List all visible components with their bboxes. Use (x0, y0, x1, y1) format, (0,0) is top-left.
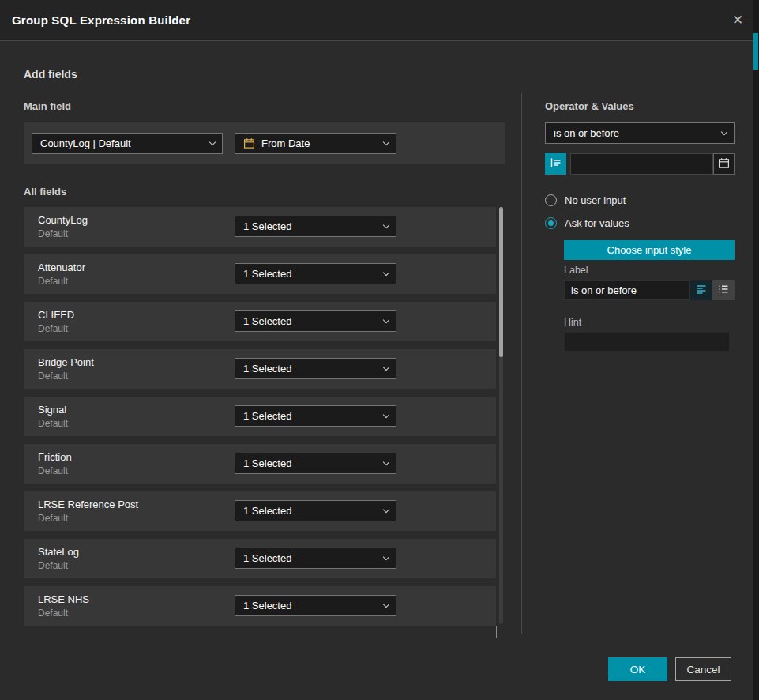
calendar-icon (718, 157, 730, 171)
hint-caption: Hint (564, 317, 581, 328)
align-left-icon (696, 284, 707, 297)
add-fields-heading: Add fields (24, 68, 77, 81)
field-type: Default (38, 560, 68, 571)
field-row: Signal Default 1 Selected (24, 397, 496, 436)
field-row: Friction Default 1 Selected (24, 444, 496, 484)
ok-button[interactable]: OK (608, 657, 667, 681)
field-selection-select[interactable]: 1 Selected (235, 216, 396, 237)
field-type: Default (38, 276, 68, 287)
field-selection-value: 1 Selected (243, 315, 384, 327)
vertical-divider (521, 93, 522, 634)
input-type-button[interactable] (545, 153, 566, 175)
chevron-down-icon (383, 364, 389, 371)
field-selection-value: 1 Selected (243, 600, 384, 612)
field-selection-select[interactable]: 1 Selected (235, 595, 396, 616)
field-selection-select[interactable]: 1 Selected (235, 548, 396, 569)
operator-select[interactable]: is on or before (545, 122, 735, 144)
field-row: Attenuator Default 1 Selected (24, 254, 496, 294)
field-name: CountyLog (38, 214, 88, 226)
radio-circle-icon (545, 194, 557, 206)
field-name: Signal (38, 404, 66, 416)
chevron-down-icon (209, 139, 216, 145)
field-selection-select[interactable]: 1 Selected (235, 310, 396, 332)
field-selection-select[interactable]: 1 Selected (235, 405, 396, 427)
list-icon (718, 284, 729, 297)
dialog-title: Group SQL Expression Builder (12, 13, 190, 27)
calendar-picker-button[interactable] (713, 153, 735, 175)
chevron-down-icon (383, 459, 389, 465)
radio-no-user-input[interactable]: No user input (545, 194, 626, 206)
radio-no-user-input-label: No user input (565, 194, 626, 206)
operator-values-heading: Operator & Values (545, 100, 634, 112)
field-row: Bridge Point Default 1 Selected (24, 349, 496, 389)
field-selection-select[interactable]: 1 Selected (235, 263, 396, 284)
chevron-down-icon (383, 412, 389, 418)
radio-ask-for-values-label: Ask for values (565, 217, 629, 229)
label-input[interactable] (564, 280, 690, 300)
field-selection-select[interactable]: 1 Selected (235, 358, 396, 379)
layer-select[interactable]: CountyLog | Default (32, 133, 223, 154)
chevron-down-icon (721, 129, 727, 135)
field-selection-value: 1 Selected (243, 220, 384, 232)
field-selection-value: 1 Selected (243, 457, 384, 469)
list-input-style-button[interactable] (712, 280, 735, 300)
field-name: StateLog (38, 546, 79, 558)
chevron-down-icon (383, 317, 389, 323)
chevron-down-icon (383, 269, 389, 276)
choose-input-style-button[interactable]: Choose input style (564, 240, 735, 260)
main-field-select[interactable]: From Date (235, 133, 396, 154)
field-type: Default (38, 228, 68, 239)
main-field-heading: Main field (24, 100, 71, 112)
fields-list-scrollbar-thumb[interactable] (499, 207, 503, 357)
field-selection-value: 1 Selected (243, 363, 384, 374)
field-type: Default (38, 371, 68, 382)
chevron-down-icon (383, 222, 389, 228)
field-row: LRSE NHS Default 1 Selected (24, 586, 496, 626)
radio-ask-for-values[interactable]: Ask for values (545, 217, 629, 229)
all-fields-heading: All fields (24, 186, 66, 198)
value-input[interactable] (570, 153, 713, 175)
scroll-down-icon[interactable] (496, 626, 497, 638)
chevron-down-icon (383, 139, 389, 145)
field-type: Default (38, 418, 68, 429)
field-name: Bridge Point (38, 356, 94, 368)
field-row: CountyLog Default 1 Selected (24, 207, 496, 247)
field-selection-select[interactable]: 1 Selected (235, 500, 396, 521)
field-selection-value: 1 Selected (243, 552, 384, 564)
field-type: Default (38, 608, 68, 619)
operator-select-value: is on or before (554, 127, 722, 139)
main-field-row: CountyLog | Default From Date (24, 122, 505, 164)
operator-value-row (545, 153, 735, 175)
group-sql-expression-builder-dialog: Group SQL Expression Builder ✕ Add field… (0, 0, 759, 700)
chevron-down-icon (383, 554, 389, 560)
input-type-icon (550, 156, 562, 171)
field-row: StateLog Default 1 Selected (24, 539, 496, 578)
fields-list-scrollbar[interactable] (499, 207, 503, 624)
field-name: LRSE NHS (38, 593, 89, 605)
layer-select-value: CountyLog | Default (40, 137, 210, 149)
field-selection-value: 1 Selected (243, 268, 384, 280)
field-name: CLIFED (38, 309, 74, 321)
calendar-icon (243, 137, 255, 149)
label-row (564, 280, 735, 300)
field-type: Default (38, 323, 68, 334)
radio-selected-icon (545, 217, 557, 229)
chevron-down-icon (383, 506, 389, 513)
field-name: LRSE Reference Post (38, 499, 138, 510)
cancel-button[interactable]: Cancel (675, 657, 731, 681)
text-input-style-button[interactable] (690, 280, 712, 300)
field-type: Default (38, 465, 68, 476)
field-name: Friction (38, 451, 72, 463)
field-row: CLIFED Default 1 Selected (24, 302, 496, 341)
main-field-select-value: From Date (261, 137, 384, 149)
field-name: Attenuator (38, 262, 85, 273)
window-scrollbar-thumb[interactable] (753, 33, 758, 70)
window-scrollbar[interactable] (753, 0, 759, 700)
field-type: Default (38, 513, 68, 524)
field-selection-value: 1 Selected (243, 410, 384, 422)
close-icon[interactable]: ✕ (729, 12, 746, 29)
all-fields-list: CountyLog Default 1 Selected Attenuator … (24, 207, 496, 634)
hint-input[interactable] (564, 332, 730, 352)
field-selection-select[interactable]: 1 Selected (235, 453, 396, 474)
label-caption: Label (564, 265, 588, 276)
